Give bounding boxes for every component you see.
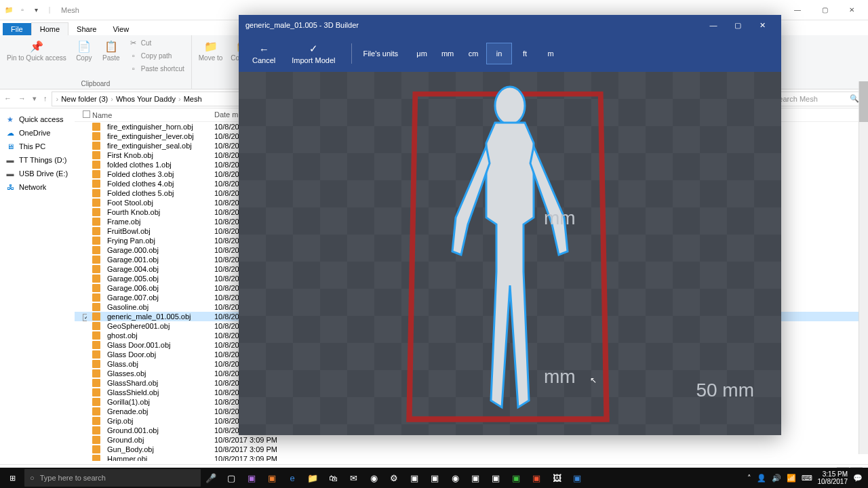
unit-mm[interactable]: mm [435, 43, 460, 64]
explorer-icon[interactable]: 📁 [302, 468, 323, 488]
dimension-right: 50 mm [696, 380, 754, 401]
unit-m[interactable]: m [538, 43, 564, 64]
tray-keyboard-icon[interactable]: ⌨ [802, 474, 812, 483]
pin-button[interactable]: 📌Pin to Quick access [4, 37, 69, 63]
crumb-2[interactable]: Mesh [184, 95, 202, 103]
dimension-back: mm [544, 207, 576, 229]
maximize-button[interactable]: ▢ [811, 0, 838, 20]
taskview-icon[interactable]: ▢ [221, 468, 241, 488]
app-icon-7[interactable]: ▣ [526, 468, 547, 488]
paste-icon: 📋 [103, 38, 119, 54]
qat-sep: | [43, 4, 56, 16]
tab-file[interactable]: File [3, 23, 31, 35]
start-button[interactable]: ⊞ [0, 468, 24, 488]
cortana-icon: ○ [30, 474, 35, 482]
builder-minimize-button[interactable]: — [701, 15, 726, 35]
app-icon-1[interactable]: ▣ [241, 468, 262, 488]
file-row[interactable]: Ground.obj 10/8/2017 3:09 PM [75, 435, 868, 445]
app-icon-6[interactable]: ▣ [506, 468, 526, 488]
sidebar-item[interactable]: 🖧Network [3, 180, 72, 194]
search-input[interactable]: Search Mesh 🔍 [769, 92, 864, 106]
store-icon[interactable]: 🛍 [323, 468, 343, 488]
history-dropdown[interactable]: ▾ [33, 94, 37, 103]
builder-window: generic_male_01.005 - 3D Builder — ▢ ✕ ←… [239, 15, 781, 435]
unit-in[interactable]: in [486, 43, 512, 64]
check-icon: ✓ [309, 43, 318, 55]
forward-button[interactable]: → [18, 94, 26, 103]
mic-icon[interactable]: 🎤 [201, 468, 221, 488]
cursor-icon: ↖ [590, 375, 597, 385]
tray-up-icon[interactable]: ˄ [747, 474, 751, 483]
sidebar-item[interactable]: ★Quick access [3, 113, 72, 126]
chrome-icon[interactable]: ◉ [445, 468, 465, 488]
cut-button[interactable]: ✂Cut [126, 37, 187, 49]
tab-home[interactable]: Home [31, 22, 68, 35]
copypath-button[interactable]: ▫Copy path [126, 49, 187, 62]
group-clipboard-label: Clipboard [4, 79, 187, 87]
paste-button[interactable]: 📋Paste [99, 37, 123, 63]
sidebar: ★Quick access☁OneDrive🖥This PC▬TT Things… [0, 108, 75, 464]
sidebar-item[interactable]: ▬TT Things (D:) [3, 153, 72, 167]
tab-share[interactable]: Share [68, 23, 104, 35]
close-button[interactable]: ✕ [838, 0, 865, 20]
copy-icon: 📄 [76, 38, 92, 54]
builder-maximize-button[interactable]: ▢ [726, 15, 750, 35]
edge-icon[interactable]: e [282, 468, 302, 488]
builder-viewport[interactable]: 50 mm mm mm ↖ [239, 72, 781, 435]
col-name[interactable]: Name [87, 110, 209, 119]
tray-volume-icon[interactable]: 🔊 [772, 474, 781, 483]
app-icon-5[interactable]: ▣ [465, 468, 486, 488]
window-title: Mesh [61, 6, 79, 14]
crumb-0[interactable]: New folder (3) [61, 95, 108, 103]
tray-people-icon[interactable]: 👤 [757, 474, 766, 483]
back-button[interactable]: ← [4, 94, 12, 103]
model-preview [415, 82, 605, 421]
pasteshortcut-button[interactable]: ▫Paste shortcut [126, 62, 187, 75]
app-icon-3[interactable]: ▣ [404, 468, 425, 488]
copy-button[interactable]: 📄Copy [72, 37, 96, 63]
folder-icon: 📁 [3, 4, 15, 16]
copypath-icon: ▫ [129, 51, 138, 60]
cancel-button[interactable]: ←Cancel [247, 43, 281, 64]
back-arrow-icon: ← [259, 43, 269, 55]
up-button[interactable]: ↑ [43, 94, 47, 103]
unit-μm[interactable]: μm [409, 43, 435, 64]
app-icon-4[interactable]: ▣ [425, 468, 445, 488]
dimension-center: mm [544, 366, 576, 388]
qat-dropdown-icon[interactable]: ▾ [30, 4, 42, 16]
shortcut-icon: ▫ [129, 64, 138, 73]
builder-close-button[interactable]: ✕ [750, 15, 774, 35]
cut-icon: ✂ [129, 38, 138, 47]
builder-title-text: generic_male_01.005 - 3D Builder [245, 21, 359, 29]
pin-icon: 📌 [28, 38, 45, 54]
sidebar-item[interactable]: ▬USB Drive (E:) [3, 167, 72, 180]
tab-view[interactable]: View [104, 23, 137, 35]
tray-network-icon[interactable]: 📶 [787, 474, 796, 483]
builder-titlebar[interactable]: generic_male_01.005 - 3D Builder — ▢ ✕ [239, 15, 781, 35]
crumb-1[interactable]: Whos Your Daddy [116, 95, 176, 103]
photos-icon[interactable]: 🖼 [547, 468, 567, 488]
unit-ft[interactable]: ft [512, 43, 538, 64]
taskbar: ⊞ ○ Type here to search 🎤 ▢ ▣ ▣ e 📁 🛍 ✉ … [0, 468, 868, 488]
svg-point-0 [495, 87, 525, 125]
mail-icon[interactable]: ✉ [343, 468, 363, 488]
notifications-icon[interactable]: 💬 [853, 474, 863, 483]
qat-icon[interactable]: ▫ [16, 4, 28, 16]
file-row[interactable]: Gun_Body.obj 10/8/2017 3:09 PM [75, 445, 868, 454]
scrollbar[interactable] [859, 81, 868, 454]
moveto-button[interactable]: 📁Move to [196, 37, 226, 63]
settings-icon[interactable]: ⚙ [384, 468, 404, 488]
file-row[interactable]: Hammer.obj 10/8/2017 3:09 PM [75, 454, 868, 461]
discord-icon[interactable]: ▣ [486, 468, 506, 488]
steam-icon[interactable]: ◉ [363, 468, 384, 488]
import-button[interactable]: ✓Import Model [286, 43, 340, 64]
sidebar-item[interactable]: ☁OneDrive [3, 126, 72, 140]
builder-taskbar-icon[interactable]: ▣ [567, 468, 587, 488]
taskbar-clock[interactable]: 3:15 PM 10/8/2017 [818, 470, 848, 485]
app-icon-2[interactable]: ▣ [262, 468, 282, 488]
sidebar-item[interactable]: 🖥This PC [3, 140, 72, 153]
minimize-button[interactable]: — [784, 0, 811, 20]
builder-toolbar: ←Cancel ✓Import Model File's units μmmmc… [239, 35, 781, 72]
taskbar-search[interactable]: ○ Type here to search [24, 469, 201, 487]
unit-cm[interactable]: cm [460, 43, 486, 64]
